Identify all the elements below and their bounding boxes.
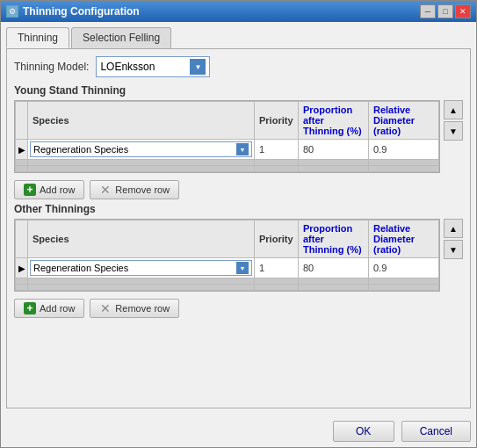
other-up-button[interactable]: ▲ [444, 219, 463, 238]
young-col-diameter: Relative Diameter (ratio) [369, 102, 439, 140]
thinning-model-dropdown[interactable]: LOEnksson ▼ [96, 56, 210, 77]
other-diameter-cell[interactable]: 0.9 [369, 258, 439, 278]
add-icon: + [24, 184, 36, 196]
tab-content: Thinning Model: LOEnksson ▼ Young Stand … [6, 48, 471, 408]
other-col-diameter: Relative Diameter (ratio) [369, 220, 439, 258]
other-col-indicator [16, 220, 28, 258]
young-remove-label: Remove row [115, 184, 170, 195]
thinning-model-label: Thinning Model: [14, 61, 89, 73]
other-species-arrow-icon: ▼ [236, 262, 249, 274]
young-stand-section: Species Priority Proportion after Thinni… [14, 100, 463, 173]
tab-thinning[interactable]: Thinning [6, 27, 69, 48]
young-stand-row-1: ▶ Regeneration Species ▼ 1 80 0.9 [16, 140, 439, 160]
other-add-icon: + [24, 302, 36, 314]
other-priority-cell[interactable]: 1 [255, 258, 299, 278]
window-title: Thinning Configuration [23, 5, 140, 18]
thinning-model-row: Thinning Model: LOEnksson ▼ [14, 56, 463, 77]
close-button[interactable]: ✕ [455, 4, 471, 18]
window-icon: ⚙ [6, 5, 18, 18]
young-species-dropdown[interactable]: Regeneration Species ▼ [30, 141, 252, 157]
other-thinnings-section: Species Priority Proportion after Thinni… [14, 219, 463, 292]
young-species-arrow-icon: ▼ [236, 143, 249, 155]
minimize-button[interactable]: ─ [420, 4, 436, 18]
other-down-button[interactable]: ▼ [444, 240, 463, 259]
young-stand-title: Young Stand Thinning [14, 84, 463, 97]
young-stand-empty-row [16, 160, 439, 166]
other-species-dropdown[interactable]: Regeneration Species ▼ [30, 260, 252, 276]
young-stand-empty-row-2 [16, 166, 439, 172]
ok-button[interactable]: OK [333, 421, 394, 442]
dropdown-arrow-icon: ▼ [190, 59, 206, 75]
other-thinnings-table-wrapper: Species Priority Proportion after Thinni… [14, 219, 440, 292]
other-row-indicator: ▶ [16, 258, 28, 278]
young-up-button[interactable]: ▲ [444, 100, 463, 119]
other-remove-row-button[interactable]: ✕ Remove row [90, 299, 179, 318]
tab-selection-felling[interactable]: Selection Felling [71, 27, 171, 48]
other-col-species: Species [28, 220, 255, 258]
tab-bar: Thinning Selection Felling [6, 27, 471, 48]
young-stand-table: Species Priority Proportion after Thinni… [15, 101, 439, 172]
young-col-priority: Priority [255, 102, 299, 140]
young-species-cell: Regeneration Species ▼ [28, 140, 255, 160]
other-proportion-cell[interactable]: 80 [299, 258, 369, 278]
young-down-button[interactable]: ▼ [444, 121, 463, 141]
other-remove-icon: ✕ [99, 302, 112, 314]
other-thinnings-table: Species Priority Proportion after Thinni… [15, 220, 439, 291]
bottom-button-bar: OK Cancel [1, 414, 476, 447]
other-thinnings-empty-row-2 [16, 285, 439, 291]
title-controls: ─ □ ✕ [420, 4, 471, 18]
other-add-row-button[interactable]: + Add row [14, 299, 84, 318]
young-add-row-button[interactable]: + Add row [14, 180, 84, 199]
young-stand-nav: ▲ ▼ [444, 100, 463, 173]
other-thinnings-row-1: ▶ Regeneration Species ▼ 1 80 0.9 [16, 258, 439, 278]
young-stand-table-wrapper: Species Priority Proportion after Thinni… [14, 100, 440, 173]
maximize-button[interactable]: □ [437, 4, 453, 18]
young-row-indicator: ▶ [16, 140, 28, 160]
main-window: ⚙ Thinning Configuration ─ □ ✕ Thinning … [0, 0, 477, 448]
young-priority-cell[interactable]: 1 [255, 140, 299, 160]
young-col-species: Species [28, 102, 255, 140]
remove-icon: ✕ [99, 184, 112, 196]
other-thinnings-title: Other Thinnings [14, 203, 463, 215]
thinning-model-value: LOEnksson [100, 61, 155, 73]
young-remove-row-button[interactable]: ✕ Remove row [90, 180, 179, 199]
cancel-button[interactable]: Cancel [401, 421, 471, 442]
young-col-proportion: Proportion after Thinning (%) [299, 102, 369, 140]
young-diameter-cell[interactable]: 0.9 [369, 140, 439, 160]
other-add-label: Add row [40, 303, 75, 314]
other-thinnings-btn-row: + Add row ✕ Remove row [14, 299, 463, 318]
young-species-value: Regeneration Species [33, 144, 128, 155]
content-area: Thinning Selection Felling Thinning Mode… [1, 22, 476, 414]
young-add-label: Add row [40, 184, 75, 195]
young-col-indicator [16, 102, 28, 140]
other-col-priority: Priority [255, 220, 299, 258]
other-col-proportion: Proportion after Thinning (%) [299, 220, 369, 258]
other-remove-label: Remove row [115, 303, 170, 314]
other-thinnings-empty-row [16, 278, 439, 285]
other-thinnings-nav: ▲ ▼ [444, 219, 463, 292]
other-species-cell: Regeneration Species ▼ [28, 258, 255, 278]
young-proportion-cell[interactable]: 80 [299, 140, 369, 160]
young-stand-btn-row: + Add row ✕ Remove row [14, 180, 463, 199]
other-species-value: Regeneration Species [33, 263, 128, 273]
title-bar: ⚙ Thinning Configuration ─ □ ✕ [1, 1, 476, 22]
